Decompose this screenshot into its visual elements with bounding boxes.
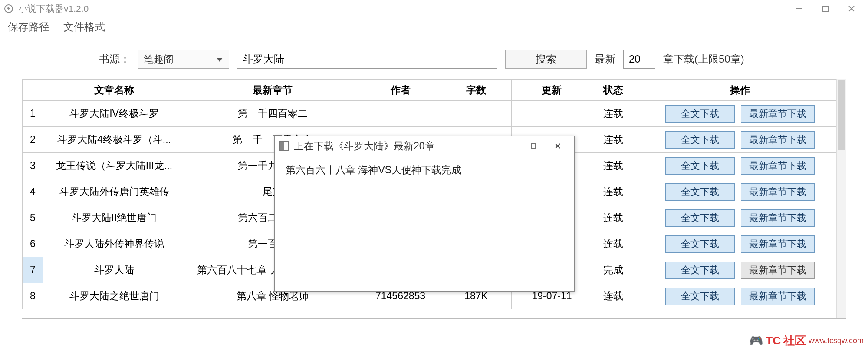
download-latest-button[interactable]: 最新章节下载 — [741, 262, 815, 279]
svg-rect-2 — [823, 6, 828, 11]
table-scrollbar[interactable] — [836, 79, 846, 318]
col-words[interactable]: 字数 — [441, 80, 512, 101]
latest-label: 最新 — [595, 52, 615, 66]
watermark-url: www.tcsqw.com — [809, 336, 864, 345]
cell-status: 连载 — [592, 205, 635, 231]
cell-idx: 5 — [23, 205, 43, 231]
cell-action: 全文下载最新章节下载 — [635, 283, 845, 309]
cell-words — [441, 101, 512, 127]
source-label: 书源： — [99, 52, 130, 66]
cell-title: 斗罗大陆之绝世唐门 — [43, 283, 185, 309]
download-full-button[interactable]: 全文下载 — [665, 235, 735, 253]
download-latest-button[interactable]: 最新章节下载 — [741, 131, 815, 149]
cell-title: 斗罗大陆外传神界传说 — [43, 231, 185, 257]
download-dialog: 正在下载《斗罗大陆》最新20章 第六百六十八章 海神VS天使神下载完成 — [274, 136, 575, 292]
col-chapter[interactable]: 最新章节 — [185, 80, 360, 101]
scrollbar-thumb[interactable] — [838, 80, 845, 150]
col-status[interactable]: 状态 — [592, 80, 635, 101]
cell-idx: 6 — [23, 231, 43, 257]
source-select[interactable]: 笔趣阁 — [138, 50, 229, 69]
cell-author — [360, 101, 441, 127]
table-header-row: 文章名称 最新章节 作者 字数 更新 状态 操作 — [23, 80, 846, 101]
download-full-button[interactable]: 全文下载 — [665, 105, 735, 123]
download-full-button[interactable]: 全文下载 — [665, 183, 735, 201]
cell-idx: 8 — [23, 283, 43, 309]
cell-chapter: 第一千四百零二 — [185, 101, 360, 127]
source-value: 笔趣阁 — [144, 53, 174, 66]
count-input[interactable] — [623, 50, 655, 69]
download-full-button[interactable]: 全文下载 — [665, 131, 735, 149]
titlebar: 小说下载器v1.2.0 — [0, 0, 868, 17]
search-input[interactable] — [237, 50, 497, 69]
chapter-suffix: 章下载(上限50章) — [663, 52, 744, 66]
dialog-icon — [279, 141, 289, 151]
searchbar: 书源： 笔趣阁 搜索 最新 章下载(上限50章) — [0, 36, 868, 79]
dialog-body: 第六百六十八章 海神VS天使神下载完成 — [280, 159, 569, 286]
table-row[interactable]: 1斗罗大陆IV终极斗罗第一千四百零二连载全文下载最新章节下载 — [23, 101, 846, 127]
cell-status: 连载 — [592, 231, 635, 257]
dialog-content: 第六百六十八章 海神VS天使神下载完成 — [286, 164, 461, 176]
cell-status: 完成 — [592, 257, 635, 283]
search-button[interactable]: 搜索 — [505, 50, 587, 69]
download-full-button[interactable]: 全文下载 — [665, 262, 735, 279]
download-latest-button[interactable]: 最新章节下载 — [741, 157, 815, 175]
watermark-main: TC — [766, 334, 781, 348]
cell-update — [512, 101, 592, 127]
cell-title: 斗罗大陆II绝世唐门 — [43, 205, 185, 231]
cell-title: 斗罗大陆4终极斗罗（斗... — [43, 127, 185, 153]
svg-rect-6 — [531, 144, 536, 148]
watermark-suffix: 社区 — [783, 333, 806, 348]
col-idx[interactable] — [23, 80, 43, 101]
dialog-maximize-button[interactable] — [521, 137, 546, 155]
minimize-button[interactable] — [786, 0, 812, 17]
cell-status: 连载 — [592, 127, 635, 153]
cell-action: 全文下载最新章节下载 — [635, 101, 845, 127]
menubar: 保存路径 文件格式 — [0, 17, 868, 36]
cell-status: 连载 — [592, 101, 635, 127]
menu-save-path[interactable]: 保存路径 — [8, 20, 49, 34]
download-latest-button[interactable]: 最新章节下载 — [741, 209, 815, 227]
menu-file-format[interactable]: 文件格式 — [63, 20, 105, 34]
app-icon — [3, 3, 14, 14]
dialog-titlebar: 正在下载《斗罗大陆》最新20章 — [275, 136, 574, 156]
cell-action: 全文下载最新章节下载 — [635, 127, 845, 153]
cell-action: 全文下载最新章节下载 — [635, 205, 845, 231]
download-full-button[interactable]: 全文下载 — [665, 157, 735, 175]
cell-title: 斗罗大陆IV终极斗罗 — [43, 101, 185, 127]
download-latest-button[interactable]: 最新章节下载 — [741, 183, 815, 201]
dialog-minimize-button[interactable] — [497, 137, 521, 155]
cell-idx: 7 — [23, 257, 43, 283]
close-button[interactable] — [838, 0, 865, 17]
col-action[interactable]: 操作 — [635, 80, 845, 101]
cell-idx: 3 — [23, 153, 43, 179]
maximize-button[interactable] — [812, 0, 838, 17]
cell-status: 连载 — [592, 153, 635, 179]
dialog-title: 正在下载《斗罗大陆》最新20章 — [294, 139, 435, 153]
dialog-close-button[interactable] — [546, 137, 570, 155]
download-full-button[interactable]: 全文下载 — [665, 209, 735, 227]
cell-action: 全文下载最新章节下载 — [635, 231, 845, 257]
cell-action: 全文下载最新章节下载 — [635, 179, 845, 205]
download-latest-button[interactable]: 最新章节下载 — [741, 105, 815, 123]
cell-idx: 1 — [23, 101, 43, 127]
cell-action: 全文下载最新章节下载 — [635, 153, 845, 179]
download-full-button[interactable]: 全文下载 — [665, 288, 735, 305]
cell-status: 连载 — [592, 283, 635, 309]
download-latest-button[interactable]: 最新章节下载 — [741, 235, 815, 253]
cell-status: 连载 — [592, 179, 635, 205]
cell-title: 龙王传说（斗罗大陆III龙... — [43, 153, 185, 179]
col-author[interactable]: 作者 — [360, 80, 441, 101]
col-title[interactable]: 文章名称 — [43, 80, 185, 101]
col-update[interactable]: 更新 — [512, 80, 592, 101]
cell-title: 斗罗大陆外传唐门英雄传 — [43, 179, 185, 205]
cell-idx: 4 — [23, 179, 43, 205]
app-title: 小说下载器v1.2.0 — [18, 3, 89, 15]
watermark: 🎮 TC 社区 www.tcsqw.com — [749, 333, 864, 348]
download-latest-button[interactable]: 最新章节下载 — [741, 288, 815, 305]
cell-action: 全文下载最新章节下载 — [635, 257, 845, 283]
cell-idx: 2 — [23, 127, 43, 153]
cell-title: 斗罗大陆 — [43, 257, 185, 283]
